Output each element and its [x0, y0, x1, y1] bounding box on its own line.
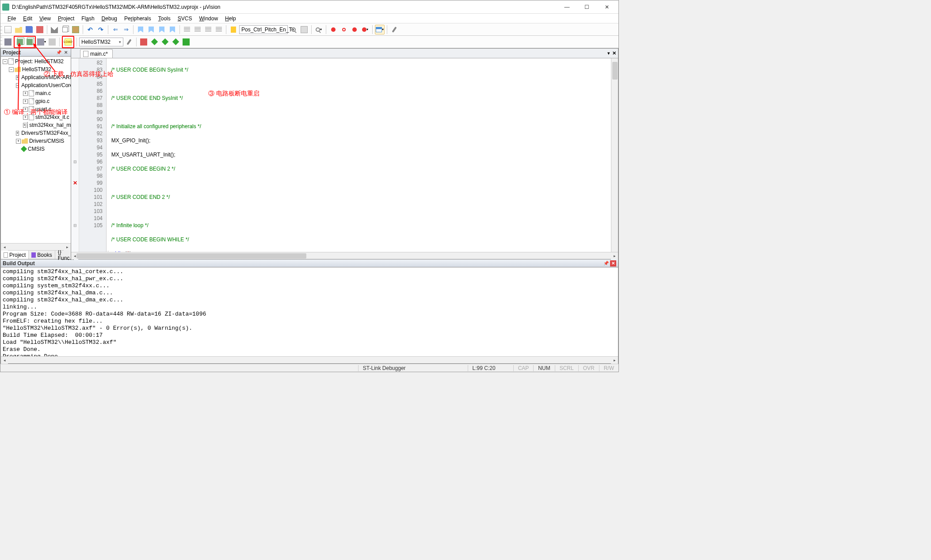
- breakpoint-kill-button[interactable]: [350, 25, 359, 34]
- debug-start-button[interactable]: ▾: [314, 25, 324, 34]
- expand-icon[interactable]: +: [16, 131, 19, 136]
- scroll-right-icon[interactable]: ▸: [611, 357, 618, 364]
- tree-group[interactable]: CMSIS: [2, 145, 70, 153]
- code-editor[interactable]: ⊟ ✕ ⊟ 8283848586878889909192939495969798…: [71, 58, 618, 252]
- target-options-button[interactable]: [124, 37, 134, 47]
- project-hscroll[interactable]: ◂ ▸: [1, 243, 71, 250]
- build-hscroll[interactable]: ◂ ▸: [1, 356, 618, 363]
- menu-tools[interactable]: Tools: [155, 15, 174, 23]
- scroll-right-icon[interactable]: ▸: [64, 244, 71, 251]
- expand-icon[interactable]: +: [23, 99, 28, 104]
- undo-button[interactable]: ↶: [85, 25, 95, 34]
- tree-target[interactable]: −HelloSTM32: [2, 65, 70, 73]
- breakpoint-disable-button[interactable]: [339, 25, 349, 34]
- close-icon[interactable]: ✕: [63, 50, 69, 56]
- nav-back-button[interactable]: ⇐: [111, 25, 120, 34]
- menu-debug[interactable]: Debug: [98, 15, 121, 23]
- tree-group[interactable]: −Application/User/Core: [2, 81, 70, 89]
- menu-window[interactable]: Window: [195, 15, 221, 23]
- close-icon[interactable]: ✕: [610, 260, 616, 267]
- copy-button[interactable]: [60, 25, 70, 34]
- tree-file[interactable]: +stm32f4xx_it.c: [2, 113, 70, 121]
- menu-edit[interactable]: Edit: [19, 15, 36, 23]
- breakpoint-killall-button[interactable]: ▾: [360, 25, 370, 34]
- batch-build-button[interactable]: ▾: [37, 37, 46, 47]
- window-layout-button[interactable]: ▾: [375, 25, 385, 34]
- editor-vscroll[interactable]: [611, 58, 618, 252]
- expand-icon[interactable]: +: [23, 107, 28, 112]
- expand-icon[interactable]: +: [16, 139, 21, 144]
- cut-button[interactable]: [50, 25, 59, 34]
- editor-tab-mainc[interactable]: main.c*: [80, 49, 113, 58]
- scroll-thumb[interactable]: [612, 62, 618, 80]
- project-tree[interactable]: −Project: HelloSTM32 −HelloSTM32 +Applic…: [1, 57, 71, 243]
- close-button[interactable]: ✕: [597, 1, 617, 13]
- pack-button[interactable]: [181, 37, 191, 47]
- scroll-right-icon[interactable]: ▸: [611, 252, 618, 259]
- find-combo[interactable]: Pos_Ctrl_Pitch_En_T▾: [239, 25, 288, 34]
- redo-button[interactable]: ↷: [96, 25, 106, 34]
- target-combo[interactable]: HelloSTM32▾: [79, 38, 123, 46]
- save-all-button[interactable]: [35, 25, 45, 34]
- menu-flash[interactable]: Flash: [78, 15, 98, 23]
- stop-build-button[interactable]: [47, 37, 57, 47]
- breakpoint-insert-button[interactable]: [328, 25, 338, 34]
- collapse-icon[interactable]: −: [3, 59, 8, 64]
- tab-project[interactable]: Project: [1, 251, 29, 259]
- menu-help[interactable]: Help: [221, 15, 240, 23]
- scroll-left-icon[interactable]: ◂: [1, 244, 8, 251]
- collapse-icon[interactable]: −: [9, 67, 14, 72]
- bookmark-button[interactable]: [136, 25, 145, 34]
- close-tab-button[interactable]: ✕: [612, 50, 616, 56]
- manage-rte-button[interactable]: [149, 37, 159, 47]
- code-body[interactable]: /* USER CODE BEGIN SysInit */ /* USER CO…: [107, 58, 618, 252]
- tree-file[interactable]: +gpio.c: [2, 97, 70, 105]
- scroll-left-icon[interactable]: ◂: [1, 357, 8, 364]
- manage-button[interactable]: [139, 37, 149, 47]
- tree-file[interactable]: +usart.c: [2, 105, 70, 113]
- tree-file[interactable]: +main.c: [2, 89, 70, 97]
- translate-button[interactable]: [3, 37, 13, 47]
- pack-installer-button[interactable]: [171, 37, 180, 47]
- comment-button[interactable]: [203, 25, 213, 34]
- tab-books[interactable]: Books: [29, 251, 55, 259]
- minimize-button[interactable]: —: [557, 1, 577, 13]
- pin-icon[interactable]: 📌: [56, 50, 62, 56]
- pin-icon[interactable]: 📌: [603, 260, 609, 267]
- bookmark-prev-button[interactable]: [146, 25, 156, 34]
- indent-button[interactable]: [182, 25, 192, 34]
- expand-icon[interactable]: +: [23, 115, 28, 120]
- find-in-files-button[interactable]: [299, 25, 309, 34]
- editor-hscroll[interactable]: ◂ ▸: [71, 252, 618, 259]
- unindent-button[interactable]: [193, 25, 202, 34]
- tree-label: stm32f4xx_it.c: [35, 114, 69, 120]
- menu-svcs[interactable]: SVCS: [174, 15, 196, 23]
- find-button[interactable]: [289, 25, 298, 34]
- configure-button[interactable]: [389, 25, 399, 34]
- bookmark-next-button[interactable]: [157, 25, 167, 34]
- menu-file[interactable]: File: [4, 15, 19, 23]
- scroll-thumb[interactable]: [76, 253, 306, 259]
- bookmark-clear-button[interactable]: [168, 25, 177, 34]
- tree-file[interactable]: +stm32f4xx_hal_msp.c: [2, 121, 70, 129]
- flag-button[interactable]: [229, 25, 238, 34]
- tree-group[interactable]: +Drivers/CMSIS: [2, 137, 70, 145]
- nav-fwd-button[interactable]: ⇒: [121, 25, 131, 34]
- tree-group[interactable]: +Application/MDK-ARM: [2, 73, 70, 81]
- tree-root[interactable]: −Project: HelloSTM32: [2, 57, 70, 65]
- build-output-text[interactable]: compiling stm32f4xx_hal_cortex.c... comp…: [1, 267, 618, 356]
- select-packs-button[interactable]: [160, 37, 170, 47]
- uncomment-button[interactable]: [214, 25, 224, 34]
- menu-view[interactable]: View: [36, 15, 54, 23]
- menu-project[interactable]: Project: [54, 15, 78, 23]
- new-file-button[interactable]: [3, 25, 13, 34]
- pin-button[interactable]: ▾: [607, 50, 610, 56]
- maximize-button[interactable]: ☐: [577, 1, 597, 13]
- paste-button[interactable]: [71, 25, 80, 34]
- open-button[interactable]: [14, 25, 23, 34]
- save-button[interactable]: [24, 25, 34, 34]
- expand-icon[interactable]: +: [23, 91, 28, 96]
- tree-group[interactable]: +Drivers/STM32F4xx_HAL_Driver: [2, 129, 70, 137]
- menu-peripherals[interactable]: Peripherals: [121, 15, 155, 23]
- download-button[interactable]: LOAD: [63, 37, 73, 47]
